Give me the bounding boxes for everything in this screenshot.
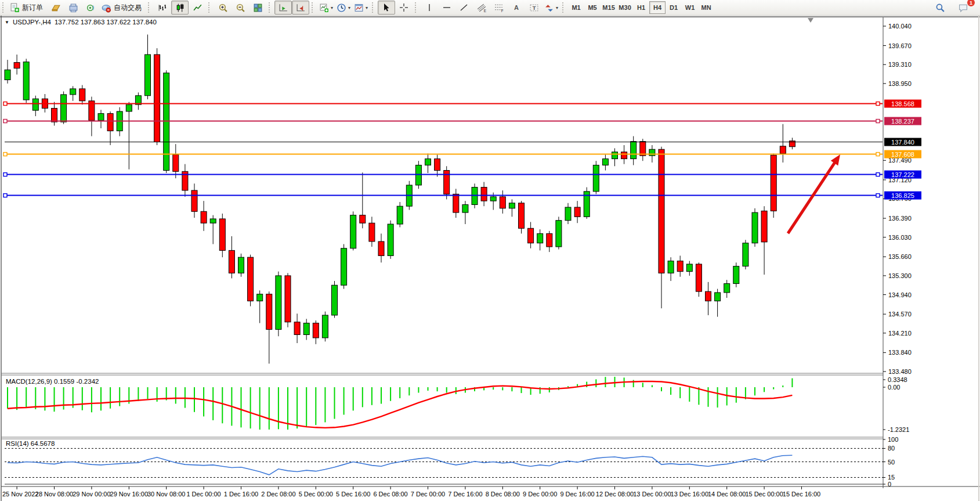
candle-down — [453, 194, 459, 212]
candle-up — [509, 203, 515, 208]
chart-shift-button[interactable] — [292, 1, 309, 15]
line-chart-mode-button[interactable] — [189, 1, 206, 15]
market-watch-button[interactable] — [47, 1, 64, 15]
vertical-line-tool-button[interactable] — [421, 1, 438, 15]
toolbar-grip[interactable] — [312, 2, 316, 13]
bar-chart-icon — [158, 3, 168, 13]
trendline-tool-button[interactable] — [455, 1, 473, 15]
horizontal-line-object[interactable]: 137.840 — [5, 138, 921, 146]
svg-text:15: 15 — [888, 474, 895, 481]
svg-text:30 Nov 08:00: 30 Nov 08:00 — [147, 491, 185, 498]
toolbar-grip[interactable] — [562, 2, 566, 13]
candle-down — [285, 276, 291, 322]
equidistant-channel-icon: E — [477, 3, 487, 13]
text-label-tool-button[interactable]: T — [525, 1, 543, 15]
candle-up — [164, 73, 169, 171]
autotrading-button[interactable]: 自动交易 — [99, 1, 146, 15]
gold-book-icon — [51, 3, 61, 13]
macd-axis[interactable]: 0.33480.00-1.2321 — [883, 376, 909, 433]
chart-canvas[interactable]: 140.040139.670139.310138.950137.490137.1… — [0, 15, 980, 501]
candle-down — [229, 250, 234, 273]
timeframe-m30-button[interactable]: M30 — [617, 1, 633, 14]
candle-up — [490, 197, 496, 201]
candle-down — [500, 197, 505, 208]
periods-button[interactable]: ▾ — [335, 1, 352, 15]
candle-up — [276, 276, 281, 330]
auto-scroll-icon — [279, 3, 288, 13]
notifications-button[interactable]: 1 — [954, 1, 972, 15]
candle-up — [537, 233, 543, 243]
candle-up — [61, 95, 67, 122]
text-tool-button[interactable]: A — [508, 1, 525, 15]
line-handle — [876, 173, 880, 176]
svg-text:T: T — [532, 5, 536, 11]
svg-text:0.00: 0.00 — [888, 384, 900, 391]
svg-text:9 Dec 16:00: 9 Dec 16:00 — [560, 491, 594, 498]
svg-text:5 Dec 16:00: 5 Dec 16:00 — [336, 491, 370, 498]
svg-text:136.030: 136.030 — [888, 234, 912, 241]
horizontal-line-object[interactable]: 137.222 — [3, 171, 921, 179]
zoom-in-icon — [218, 3, 228, 13]
toolbar-grip[interactable] — [269, 2, 273, 13]
candle-down — [266, 294, 272, 330]
toolbar-grip[interactable] — [208, 2, 212, 13]
chart-window: 140.040139.670139.310138.950137.490137.1… — [0, 15, 980, 501]
horizontal-line-object[interactable]: 138.237 — [3, 117, 921, 125]
zoom-in-button[interactable] — [214, 1, 232, 15]
dropdown-arrow-icon: ▾ — [556, 5, 558, 10]
new-order-button[interactable]: 新订单 — [8, 1, 47, 15]
toolbar-grip[interactable] — [148, 2, 152, 13]
toolbar-grip[interactable] — [415, 2, 419, 13]
horizontal-line-tool-button[interactable] — [438, 1, 455, 15]
svg-text:8 Dec 08:00: 8 Dec 08:00 — [486, 491, 520, 498]
candle-up — [257, 294, 263, 301]
search-button[interactable] — [931, 1, 949, 15]
timeframe-m5-button[interactable]: M5 — [584, 1, 601, 14]
timeframe-h1-button[interactable]: H1 — [633, 1, 649, 14]
candle-down — [528, 228, 534, 243]
tile-windows-button[interactable] — [249, 1, 266, 15]
new-chart-button[interactable]: ▾ — [317, 1, 335, 15]
cursor-tool-button[interactable] — [378, 1, 395, 15]
svg-text:5 Dec 00:00: 5 Dec 00:00 — [299, 491, 333, 498]
sound-icon — [86, 3, 96, 13]
timeframe-d1-button[interactable]: D1 — [666, 1, 682, 14]
sound-alerts-button[interactable] — [82, 1, 99, 15]
channel-tool-button[interactable]: E — [473, 1, 490, 15]
candle-down — [248, 257, 254, 301]
svg-text:25 Nov 2022: 25 Nov 2022 — [2, 491, 38, 498]
notification-badge: 1 — [967, 0, 975, 7]
toolbar-grip[interactable] — [2, 2, 6, 13]
bar-chart-mode-button[interactable] — [154, 1, 171, 15]
macd-panel — [8, 377, 792, 430]
candle-up — [210, 219, 216, 223]
svg-text:A: A — [514, 4, 519, 11]
svg-text:29 Nov 00:00: 29 Nov 00:00 — [73, 491, 110, 498]
candle-down — [191, 190, 197, 211]
timeframe-mn-button[interactable]: MN — [698, 1, 714, 14]
candlestick-mode-button[interactable] — [171, 1, 189, 15]
time-axis[interactable]: 25 Nov 202228 Nov 08:0029 Nov 00:0029 No… — [2, 486, 820, 498]
candle-up — [743, 243, 748, 266]
timeframe-m15-button[interactable]: M15 — [601, 1, 617, 14]
svg-text:9 Dec 00:00: 9 Dec 00:00 — [523, 491, 557, 498]
svg-text:7 Dec 16:00: 7 Dec 16:00 — [448, 491, 482, 498]
auto-scroll-button[interactable] — [274, 1, 292, 15]
clock-icon — [337, 3, 346, 13]
crosshair-tool-button[interactable] — [395, 1, 413, 15]
templates-button[interactable]: ▾ — [352, 1, 370, 15]
fibonacci-tool-button[interactable]: F — [490, 1, 508, 15]
line-handle — [3, 173, 7, 176]
timeframe-m1-button[interactable]: M1 — [568, 1, 584, 14]
toolbar-grip[interactable] — [372, 2, 376, 13]
timeframe-w1-button[interactable]: W1 — [682, 1, 698, 14]
data-window-button[interactable] — [64, 1, 82, 15]
zoom-out-button[interactable] — [232, 1, 249, 15]
timeframe-h4-button[interactable]: H4 — [649, 1, 666, 14]
svg-text:137.840: 137.840 — [891, 139, 914, 146]
arrows-tool-button[interactable]: ▾ — [543, 1, 560, 15]
trend-arrow-object[interactable] — [788, 154, 840, 233]
horizontal-line-object[interactable]: 136.825 — [3, 192, 921, 200]
arrows-icon — [544, 3, 554, 13]
collapse-arrow-icon[interactable]: ▼ — [5, 20, 9, 25]
